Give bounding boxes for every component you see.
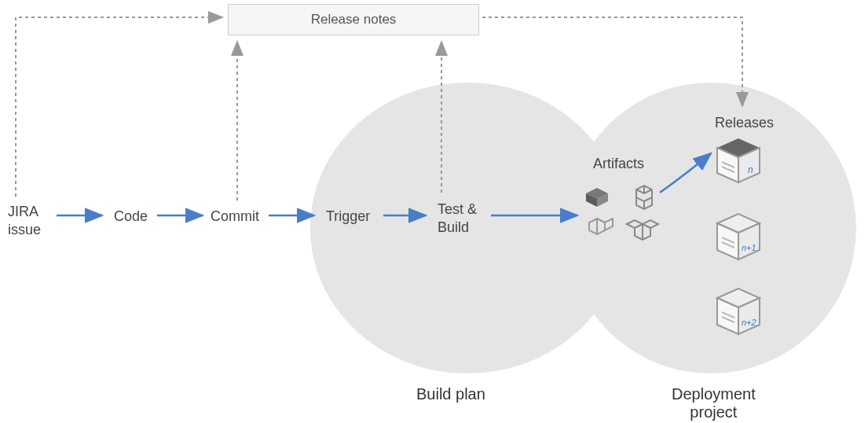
release-box-n1: n+1 <box>711 212 766 267</box>
code-label: Code <box>114 208 148 226</box>
deployment-project-section-label: Deployment project <box>672 385 756 421</box>
build-plan-section-label: Build plan <box>416 385 485 403</box>
test-build-label: Test & Build <box>438 200 477 237</box>
svg-text:n+2: n+2 <box>742 318 756 327</box>
trigger-label: Trigger <box>326 208 370 226</box>
dashed-jira-to-releasenotes <box>16 17 222 197</box>
release-notes-label: Release notes <box>311 12 397 28</box>
jira-issue-label: JIRA issue <box>8 203 41 240</box>
commit-label: Commit <box>211 208 259 226</box>
svg-text:n: n <box>748 164 753 175</box>
svg-text:n+1: n+1 <box>742 243 756 252</box>
release-notes-box: Release notes <box>228 4 479 35</box>
release-box-n2: n+2 <box>711 287 766 342</box>
release-box-n: n <box>711 135 766 190</box>
releases-label: Releases <box>715 114 774 132</box>
artifacts-icons <box>581 177 668 248</box>
artifacts-label: Artifacts <box>593 155 644 173</box>
